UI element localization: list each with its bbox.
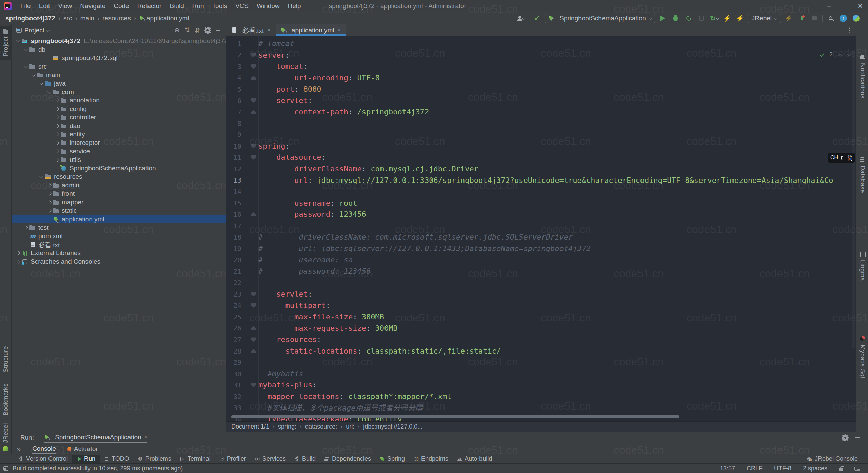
tree-chevron-icon[interactable] — [23, 46, 29, 53]
tree-row[interactable]: pom.xml — [12, 232, 226, 240]
close-icon[interactable]: × — [144, 434, 148, 441]
yaml-breadcrumb-item[interactable]: jdbc:mysql://127.0.0... — [363, 423, 422, 430]
fold-marker-icon[interactable] — [251, 110, 256, 114]
fold-marker-icon[interactable] — [251, 53, 256, 57]
menu-item-refactor[interactable]: Refactor — [133, 2, 166, 10]
breadcrumb-item[interactable]: resources — [102, 15, 131, 22]
tree-row[interactable]: interceptor — [12, 138, 226, 147]
scrollbar-thumb[interactable] — [231, 415, 679, 418]
debug-button[interactable] — [671, 14, 681, 23]
tree-row[interactable]: front — [12, 189, 226, 198]
tree-row[interactable]: java — [12, 79, 226, 88]
coverage-button[interactable] — [696, 14, 707, 23]
close-icon[interactable]: × — [267, 26, 271, 34]
toolwindow-toggle-icon[interactable] — [3, 466, 8, 471]
toolwindow-button-auto-build[interactable]: Auto-build — [453, 455, 496, 463]
tree-row[interactable]: SpringbootSchemaApplication — [12, 164, 226, 172]
tree-row[interactable]: Scratches and Consoles — [12, 257, 226, 266]
vertical-scrollbar[interactable] — [852, 50, 855, 348]
hide-panel-button[interactable] — [213, 26, 223, 34]
menu-item-navigate[interactable]: Navigate — [76, 2, 110, 10]
status-item[interactable]: 13:57 — [720, 465, 735, 472]
tree-row[interactable]: test — [12, 223, 226, 232]
toolwindow-button-problems[interactable]: Problems — [134, 455, 176, 463]
fold-marker-icon[interactable] — [251, 326, 256, 330]
fold-marker-icon[interactable] — [251, 144, 256, 148]
yaml-breadcrumb-item[interactable]: spring: — [278, 423, 296, 430]
menu-item-code[interactable]: Code — [110, 2, 133, 10]
tree-chevron-icon[interactable] — [54, 106, 61, 112]
status-item[interactable]: 2 spaces — [803, 465, 827, 472]
editor-tab[interactable]: 必看.txt× — [226, 24, 276, 36]
tree-row[interactable]: admin — [12, 181, 226, 189]
tool-button-database[interactable]: Database — [856, 157, 868, 193]
tool-button-structure[interactable]: Structure — [2, 346, 9, 373]
tree-chevron-icon[interactable] — [15, 258, 22, 265]
toolwindow-button-services[interactable]: Services — [251, 455, 290, 463]
tree-row[interactable]: springboot4j372.sql — [12, 54, 226, 62]
tool-button-lingma[interactable]: Lingma — [856, 251, 868, 281]
toolwindow-button-profiler[interactable]: Profiler — [215, 455, 251, 463]
project-panel-title[interactable]: Project — [24, 26, 44, 34]
user-profile-button[interactable] — [516, 14, 526, 23]
menu-item-help[interactable]: Help — [284, 2, 305, 10]
tree-chevron-icon[interactable] — [54, 97, 61, 104]
fold-marker-icon[interactable] — [251, 303, 256, 308]
tree-row[interactable]: controller — [12, 113, 226, 121]
toolwindow-button-dependencies[interactable]: Dependencies — [320, 455, 375, 463]
tool-button-jrebel[interactable]: JRebel — [2, 423, 9, 443]
run-button[interactable] — [658, 14, 668, 23]
prev-problem-button[interactable] — [838, 53, 842, 56]
tree-row[interactable]: resources — [12, 172, 226, 181]
tool-button-bookmarks[interactable]: Bookmarks — [2, 383, 9, 416]
toolwindow-button-todo[interactable]: TODO — [100, 455, 134, 463]
code-editor[interactable]: 1# Tomcat2server:3 tomcat:4 uri-encoding… — [226, 38, 856, 421]
tree-row[interactable]: static — [12, 206, 226, 215]
fold-marker-icon[interactable] — [251, 212, 256, 216]
tree-row[interactable]: utils — [12, 155, 226, 164]
tool-button-notifications[interactable]: Notifications — [856, 54, 868, 99]
attach-debugger-button[interactable] — [796, 14, 807, 23]
toolwindow-button-run[interactable]: Run — [72, 455, 100, 463]
toolwindow-button-spring[interactable]: Spring — [375, 455, 409, 463]
status-item[interactable]: UTF-8 — [774, 465, 791, 472]
tree-row[interactable]: mapper — [12, 198, 226, 206]
fold-marker-icon[interactable] — [251, 383, 256, 387]
tree-chevron-icon[interactable] — [46, 207, 53, 214]
editor-area[interactable]: 必看.txt×application.yml× ⋮ 2 1# Tomcat2se… — [226, 24, 856, 421]
tree-row[interactable]: src — [12, 62, 226, 71]
tool-button-project[interactable]: Project — [0, 26, 12, 60]
fold-marker-icon[interactable] — [251, 292, 256, 296]
tree-chevron-icon[interactable] — [46, 199, 53, 206]
next-problem-button[interactable] — [847, 53, 850, 56]
run-panel-tab-console[interactable]: Console — [32, 443, 56, 454]
yaml-breadcrumb-item[interactable]: Document 1/1 — [231, 423, 269, 430]
toolwindow-button-build[interactable]: Build — [290, 455, 320, 463]
jrebel-attach-button[interactable]: ⚡ — [784, 14, 794, 23]
tree-chevron-icon[interactable] — [46, 182, 53, 189]
breadcrumb-item[interactable]: springboot4j372 — [5, 15, 55, 22]
indexing-status-icon[interactable] — [854, 467, 859, 471]
menu-item-vcs[interactable]: VCS — [231, 2, 253, 10]
fold-marker-icon[interactable] — [251, 155, 256, 160]
tree-chevron-icon[interactable] — [31, 72, 37, 78]
stop-button[interactable] — [809, 14, 820, 23]
menu-item-run[interactable]: Run — [188, 2, 208, 10]
fold-marker-icon[interactable] — [251, 337, 256, 342]
tree-row[interactable]: springboot4j372E:\releaseComp\24-10\11\6… — [12, 37, 226, 45]
tree-row[interactable]: config — [12, 105, 226, 113]
editor-tab[interactable]: application.yml× — [276, 24, 346, 36]
toolwindow-button-terminal[interactable]: Terminal — [176, 455, 215, 463]
menu-item-edit[interactable]: Edit — [35, 2, 54, 10]
tree-row[interactable]: entity — [12, 130, 226, 138]
chevron-down-icon[interactable] — [46, 29, 49, 32]
tree-chevron-icon[interactable] — [54, 131, 61, 138]
code-with-me-button[interactable] — [851, 14, 861, 23]
run-panel-tab-actuator[interactable]: Actuator — [67, 443, 98, 454]
tree-chevron-icon[interactable] — [54, 114, 61, 121]
tree-chevron-icon[interactable] — [54, 139, 61, 146]
restore-button[interactable] — [837, 0, 852, 12]
tree-row[interactable]: application.yml — [12, 215, 226, 223]
fold-marker-icon[interactable] — [251, 76, 256, 80]
tree-chevron-icon[interactable] — [15, 250, 22, 257]
